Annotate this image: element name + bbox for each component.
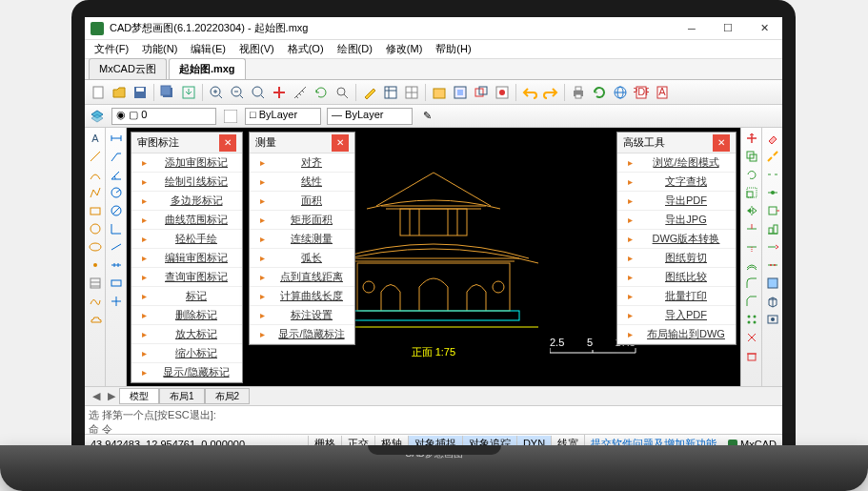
align-dim-icon[interactable] [108, 238, 125, 256]
panel-item[interactable]: ▸连续测量 [250, 230, 354, 249]
maximize-button[interactable]: ☐ [716, 19, 740, 38]
divide-icon[interactable] [764, 256, 781, 274]
measure-icon[interactable] [291, 83, 310, 102]
panel-item[interactable]: ▸DWG版本转换 [617, 230, 736, 249]
panel-item[interactable]: ▸导出PDF [617, 192, 736, 211]
extend-icon[interactable] [743, 238, 760, 256]
document-tab[interactable]: 起始图.mxg [169, 58, 246, 79]
properties-icon[interactable] [381, 83, 400, 102]
panel-item[interactable]: ▸面积 [250, 192, 354, 211]
rect-icon[interactable] [87, 202, 104, 219]
angle-icon[interactable] [108, 166, 125, 183]
array-icon[interactable] [743, 311, 760, 328]
zoom-extents-icon[interactable] [249, 83, 268, 102]
save-all-icon[interactable] [158, 83, 177, 102]
arc-icon[interactable] [87, 166, 104, 183]
close-button[interactable]: ✕ [752, 19, 777, 38]
panel-item[interactable]: ▸导出JPG [617, 211, 736, 230]
move-icon[interactable] [743, 130, 760, 147]
panel-item[interactable]: ▸弧长 [250, 249, 354, 268]
document-tab[interactable]: MxCAD云图 [89, 58, 167, 79]
eraser-icon[interactable] [764, 130, 781, 147]
dimension-icon[interactable] [108, 130, 125, 147]
zoom-in-icon[interactable] [207, 83, 226, 102]
refresh-icon[interactable] [590, 83, 609, 102]
menu-item[interactable]: 编辑(E) [185, 40, 232, 58]
layout-tab[interactable]: 布局1 [159, 388, 205, 404]
panel-item[interactable]: ▸轻松手绘 [131, 230, 242, 249]
radius-icon[interactable] [108, 184, 125, 201]
copy-icon[interactable] [743, 148, 760, 165]
layout-tab[interactable]: 模型 [119, 388, 159, 404]
chamfer-icon[interactable] [743, 293, 760, 310]
export-icon[interactable] [179, 83, 198, 102]
panel-item[interactable]: ▸显示/隐藏标注 [250, 325, 354, 344]
panel-item[interactable]: ▸曲线范围标记 [131, 211, 242, 230]
layer-select[interactable]: ◉ ▢ 0 [111, 108, 216, 125]
panel-item[interactable]: ▸缩小标记 [131, 344, 242, 363]
pan-icon[interactable] [270, 83, 289, 102]
leader-icon[interactable] [108, 148, 125, 165]
undo-icon[interactable] [520, 83, 539, 102]
rotate-icon[interactable] [312, 83, 331, 102]
ellipse-icon[interactable] [87, 238, 104, 256]
menu-item[interactable]: 帮助(H) [430, 40, 476, 58]
color-icon[interactable] [222, 108, 239, 125]
panel-item[interactable]: ▸标记 [131, 287, 242, 306]
circle-icon[interactable] [87, 220, 104, 237]
panel-item[interactable]: ▸编辑审图标记 [131, 249, 242, 268]
save-icon[interactable] [131, 83, 150, 102]
tolerance-icon[interactable] [108, 275, 125, 292]
menu-item[interactable]: 视图(V) [233, 40, 280, 58]
command-line[interactable]: 选 择第一个点[按ESC退出]: 命 令 [85, 405, 782, 434]
layout-tab[interactable]: 布局2 [205, 388, 251, 404]
lineweight-select[interactable]: — ByLayer [327, 108, 413, 125]
panel-item[interactable]: ▸线性 [250, 173, 354, 192]
tab-scroll-right[interactable]: ▶ [104, 390, 119, 402]
block-edit-icon[interactable] [764, 275, 781, 292]
panel-item[interactable]: ▸对齐 [250, 153, 354, 173]
panel-item[interactable]: ▸添加审图标记 [131, 153, 242, 173]
trim-icon[interactable] [743, 220, 760, 237]
line-icon[interactable] [87, 148, 104, 165]
3d-icon[interactable] [764, 293, 781, 310]
print-icon[interactable] [569, 83, 588, 102]
close-icon[interactable]: ✕ [219, 134, 236, 152]
globe-icon[interactable] [611, 83, 630, 102]
panel-item[interactable]: ▸文字查找 [617, 173, 736, 192]
stretch-icon[interactable] [764, 202, 781, 219]
polyline-icon[interactable] [87, 184, 104, 201]
panel-item[interactable]: ▸放大标记 [131, 325, 242, 344]
break-icon[interactable] [764, 166, 781, 183]
layers-icon[interactable] [89, 108, 106, 125]
mirror-icon[interactable] [743, 202, 760, 219]
align-icon[interactable] [764, 220, 781, 237]
block-icon[interactable] [451, 83, 470, 102]
minimize-button[interactable]: ─ [679, 19, 704, 38]
panel-item[interactable]: ▸删除标记 [131, 306, 242, 325]
view-icon[interactable] [764, 311, 781, 328]
point-icon[interactable] [87, 256, 104, 274]
layer-icon[interactable] [430, 83, 449, 102]
insert-icon[interactable] [493, 83, 512, 102]
tab-scroll-left[interactable]: ◀ [89, 390, 104, 402]
linetype-edit-icon[interactable]: ✎ [418, 108, 435, 125]
diameter-icon[interactable] [108, 202, 125, 219]
close-icon[interactable]: ✕ [713, 134, 730, 152]
panel-item[interactable]: ▸计算曲线长度 [250, 287, 354, 306]
group-icon[interactable] [472, 83, 491, 102]
ordinate-icon[interactable] [108, 220, 125, 237]
join-icon[interactable] [764, 184, 781, 201]
zoom-out-icon[interactable] [228, 83, 247, 102]
drawing-canvas[interactable]: 正面 1:75 2.5517.5 审图标注✕ ▸添加审图标记▸绘制引线标记▸多边… [127, 128, 740, 386]
pencil-icon[interactable] [360, 83, 379, 102]
pdf-icon[interactable]: PDF [632, 83, 651, 102]
panel-item[interactable]: ▸标注设置 [250, 306, 354, 325]
dwg-icon[interactable]: A [653, 83, 672, 102]
rotate-tool-icon[interactable] [743, 166, 760, 183]
scale-icon[interactable] [743, 184, 760, 201]
spline-icon[interactable] [87, 293, 104, 310]
panel-item[interactable]: ▸批量打印 [617, 287, 736, 306]
panel-item[interactable]: ▸显示/隐藏标记 [131, 363, 242, 382]
open-file-icon[interactable] [110, 83, 129, 102]
